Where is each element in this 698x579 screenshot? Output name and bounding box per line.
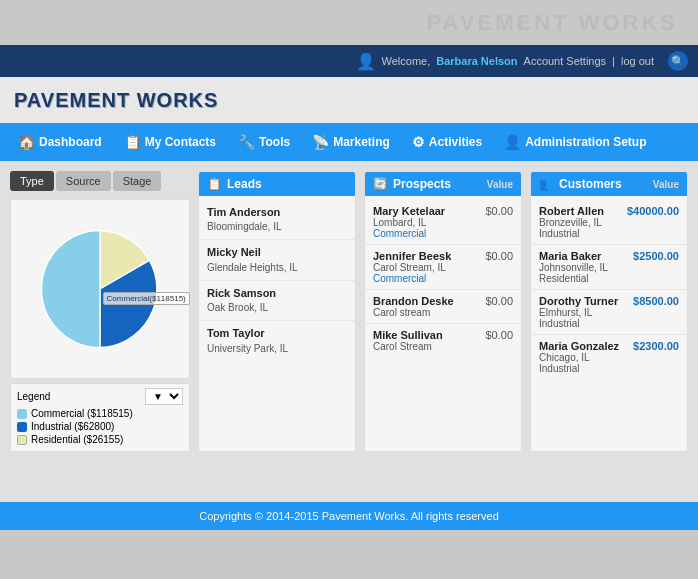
leads-title: Leads [227,177,262,191]
logo-text: PAVEMENT WORKS [14,89,218,112]
leads-row-0[interactable]: Tim Anderson Bloomingdale, IL [199,200,355,240]
leads-panel: 📋 Leads Tim Anderson Bloomingdale, IL Mi… [198,171,356,452]
prospects-header-left: 🔄 Prospects [373,177,451,191]
nav-contacts[interactable]: 📋 My Contacts [114,130,226,154]
customer-row-1[interactable]: Maria Baker Johnsonville, IL Residential… [531,245,687,290]
nav-bar: 🏠 Dashboard 📋 My Contacts 🔧 Tools 📡 Mark… [0,123,698,161]
nav-dashboard-label: Dashboard [39,135,102,149]
legend-label: Legend [17,391,50,402]
customers-panel-header: 👥 Customers Value [531,172,687,196]
legend-label-commercial: Commercial ($118515) [31,408,133,419]
footer: Copyrights © 2014-2015 Pavement Works. A… [0,502,698,530]
chart-callout: Commercial($118515) [103,292,190,305]
tools-icon: 🔧 [238,134,255,150]
prospects-panel-body: Mary Ketelaar Lombard, IL Commercial $0.… [365,196,521,361]
prospects-value-label: Value [487,179,513,190]
pie-chart-container: Commercial($118515) [10,199,190,379]
user-icon: 👤 [356,52,376,71]
leads-row-3[interactable]: Tom Taylor University Park, IL [199,321,355,360]
legend-dot-commercial [17,409,27,419]
customers-panel: 👥 Customers Value Robert Allen Bronzevil… [530,171,688,452]
nav-activities[interactable]: ⚙ Activities [402,130,492,154]
watermark-area: PAVEMENT WORKS [0,0,698,45]
prospect-row-0[interactable]: Mary Ketelaar Lombard, IL Commercial $0.… [365,200,521,245]
search-icon[interactable]: 🔍 [668,51,688,71]
welcome-section: 👤 Welcome, Barbara Nelson Account Settin… [356,51,688,71]
customers-value-label: Value [653,179,679,190]
watermark-text: PAVEMENT WORKS [427,10,678,36]
activities-icon: ⚙ [412,134,425,150]
prospect-row-2[interactable]: Brandon Deske Carol stream $0.00 [365,290,521,324]
nav-tools[interactable]: 🔧 Tools [228,130,300,154]
nav-contacts-label: My Contacts [145,135,216,149]
separator: | [612,55,615,67]
legend-bar: Legend ▼ Commercial ($118515) Industrial… [10,383,190,452]
leads-row-1[interactable]: Micky Neil Glendale Heights, IL [199,240,355,280]
filter-type-tab[interactable]: Type [10,171,54,191]
logout-link[interactable]: log out [621,55,654,67]
customers-header-left: 👥 Customers [539,177,622,191]
customers-icon: 👥 [539,177,554,191]
welcome-label: Welcome, [382,55,431,67]
account-settings-link[interactable]: Account Settings [524,55,607,67]
footer-text: Copyrights © 2014-2015 Pavement Works. A… [199,510,499,522]
prospects-icon: 🔄 [373,177,388,191]
prospect-row-1[interactable]: Jennifer Beesk Carol Stream, IL Commerci… [365,245,521,290]
contacts-icon: 📋 [124,134,141,150]
panels-container: 📋 Leads Tim Anderson Bloomingdale, IL Mi… [198,171,688,452]
nav-tools-label: Tools [259,135,290,149]
legend-dropdown[interactable]: ▼ [145,388,183,405]
customer-row-0[interactable]: Robert Allen Bronzeville, IL Industrial … [531,200,687,245]
nav-dashboard[interactable]: 🏠 Dashboard [8,130,112,154]
left-panel: Type Source Stage Commercial($118515) [10,171,190,452]
legend-label-industrial: Industrial ($62800) [31,421,114,432]
logo-bar: PAVEMENT WORKS [0,77,698,123]
leads-panel-body: Tim Anderson Bloomingdale, IL Micky Neil… [199,196,355,365]
nav-marketing[interactable]: 📡 Marketing [302,130,400,154]
nav-admin-label: Administration Setup [525,135,646,149]
prospects-title: Prospects [393,177,451,191]
pie-chart [35,224,165,354]
customers-title: Customers [559,177,622,191]
leads-header-left: 📋 Leads [207,177,262,191]
prospect-row-3[interactable]: Mike Sullivan Carol Stream $0.00 [365,324,521,357]
dashboard-icon: 🏠 [18,134,35,150]
prospects-panel: 🔄 Prospects Value Mary Ketelaar Lombard,… [364,171,522,452]
filter-stage-tab[interactable]: Stage [113,171,162,191]
marketing-icon: 📡 [312,134,329,150]
main-content: Type Source Stage Commercial($118515) [0,161,698,462]
nav-admin[interactable]: 👤 Administration Setup [494,130,656,154]
legend-item-residential: Residential ($26155) [17,434,183,445]
leads-row-2[interactable]: Rick Samson Oak Brook, IL [199,281,355,321]
customer-row-3[interactable]: Maria Gonzalez Chicago, IL Industrial $2… [531,335,687,379]
header-bar: 👤 Welcome, Barbara Nelson Account Settin… [0,45,698,77]
leads-panel-header: 📋 Leads [199,172,355,196]
filter-source-tab[interactable]: Source [56,171,111,191]
user-name: Barbara Nelson [436,55,517,67]
legend-item-industrial: Industrial ($62800) [17,421,183,432]
filter-tabs: Type Source Stage [10,171,190,191]
customer-row-2[interactable]: Dorothy Turner Elmhurst, IL Industrial $… [531,290,687,335]
nav-marketing-label: Marketing [333,135,390,149]
legend-item-commercial: Commercial ($118515) [17,408,183,419]
prospects-panel-header: 🔄 Prospects Value [365,172,521,196]
legend-header: Legend ▼ [17,388,183,405]
leads-icon: 📋 [207,177,222,191]
customers-panel-body: Robert Allen Bronzeville, IL Industrial … [531,196,687,383]
admin-icon: 👤 [504,134,521,150]
legend-dot-residential [17,435,27,445]
legend-label-residential: Residential ($26155) [31,434,123,445]
nav-activities-label: Activities [429,135,482,149]
bottom-gray [0,462,698,502]
legend-dot-industrial [17,422,27,432]
